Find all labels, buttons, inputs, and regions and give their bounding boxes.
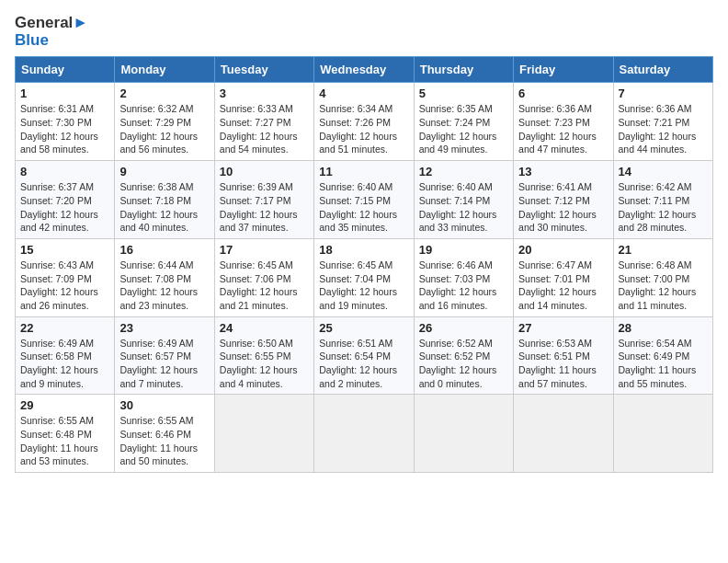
weekday-header-wednesday: Wednesday <box>314 57 414 83</box>
calendar-week-4: 22Sunrise: 6:49 AMSunset: 6:58 PMDayligh… <box>16 316 713 395</box>
calendar-cell <box>414 395 513 473</box>
calendar-cell: 18Sunrise: 6:45 AMSunset: 7:04 PMDayligh… <box>314 238 414 316</box>
calendar-cell: 25Sunrise: 6:51 AMSunset: 6:54 PMDayligh… <box>314 316 414 395</box>
calendar-cell: 23Sunrise: 6:49 AMSunset: 6:57 PMDayligh… <box>115 316 214 395</box>
logo-container: General► Blue <box>15 15 88 49</box>
calendar-cell: 10Sunrise: 6:39 AMSunset: 7:17 PMDayligh… <box>214 161 313 239</box>
calendar-cell: 20Sunrise: 6:47 AMSunset: 7:01 PMDayligh… <box>514 238 613 316</box>
calendar-cell <box>214 395 313 473</box>
calendar-cell: 19Sunrise: 6:46 AMSunset: 7:03 PMDayligh… <box>414 238 513 316</box>
calendar-cell: 5Sunrise: 6:35 AMSunset: 7:24 PMDaylight… <box>414 83 513 161</box>
calendar-cell: 15Sunrise: 6:43 AMSunset: 7:09 PMDayligh… <box>16 238 115 316</box>
calendar-cell: 21Sunrise: 6:48 AMSunset: 7:00 PMDayligh… <box>613 238 712 316</box>
calendar-cell: 27Sunrise: 6:53 AMSunset: 6:51 PMDayligh… <box>514 316 613 395</box>
calendar-cell: 13Sunrise: 6:41 AMSunset: 7:12 PMDayligh… <box>514 161 613 239</box>
calendar-week-1: 1Sunrise: 6:31 AMSunset: 7:30 PMDaylight… <box>16 83 713 161</box>
weekday-header-friday: Friday <box>514 57 613 83</box>
calendar-week-3: 15Sunrise: 6:43 AMSunset: 7:09 PMDayligh… <box>16 238 713 316</box>
calendar-cell: 1Sunrise: 6:31 AMSunset: 7:30 PMDaylight… <box>16 83 115 161</box>
calendar-cell: 9Sunrise: 6:38 AMSunset: 7:18 PMDaylight… <box>115 161 214 239</box>
calendar-cell: 4Sunrise: 6:34 AMSunset: 7:26 PMDaylight… <box>314 83 414 161</box>
calendar-cell <box>613 395 712 473</box>
calendar-cell: 2Sunrise: 6:32 AMSunset: 7:29 PMDaylight… <box>115 83 214 161</box>
calendar-cell: 3Sunrise: 6:33 AMSunset: 7:27 PMDaylight… <box>214 83 313 161</box>
calendar-cell: 16Sunrise: 6:44 AMSunset: 7:08 PMDayligh… <box>115 238 214 316</box>
calendar-week-5: 29Sunrise: 6:55 AMSunset: 6:48 PMDayligh… <box>16 395 713 473</box>
weekday-header-tuesday: Tuesday <box>214 57 313 83</box>
calendar-cell <box>314 395 414 473</box>
weekday-header-row: SundayMondayTuesdayWednesdayThursdayFrid… <box>16 57 713 83</box>
calendar-cell: 8Sunrise: 6:37 AMSunset: 7:20 PMDaylight… <box>16 161 115 239</box>
calendar-cell: 14Sunrise: 6:42 AMSunset: 7:11 PMDayligh… <box>613 161 712 239</box>
weekday-header-thursday: Thursday <box>414 57 513 83</box>
calendar-cell: 30Sunrise: 6:55 AMSunset: 6:46 PMDayligh… <box>115 395 214 473</box>
calendar-cell: 24Sunrise: 6:50 AMSunset: 6:55 PMDayligh… <box>214 316 313 395</box>
calendar-table: SundayMondayTuesdayWednesdayThursdayFrid… <box>15 56 713 473</box>
calendar-cell: 11Sunrise: 6:40 AMSunset: 7:15 PMDayligh… <box>314 161 414 239</box>
calendar-week-2: 8Sunrise: 6:37 AMSunset: 7:20 PMDaylight… <box>16 161 713 239</box>
calendar-cell <box>514 395 613 473</box>
weekday-header-sunday: Sunday <box>16 57 115 83</box>
calendar-cell: 17Sunrise: 6:45 AMSunset: 7:06 PMDayligh… <box>214 238 313 316</box>
calendar-cell: 28Sunrise: 6:54 AMSunset: 6:49 PMDayligh… <box>613 316 712 395</box>
weekday-header-saturday: Saturday <box>613 57 712 83</box>
calendar-cell: 22Sunrise: 6:49 AMSunset: 6:58 PMDayligh… <box>16 316 115 395</box>
calendar-cell: 7Sunrise: 6:36 AMSunset: 7:21 PMDaylight… <box>613 83 712 161</box>
calendar-cell: 26Sunrise: 6:52 AMSunset: 6:52 PMDayligh… <box>414 316 513 395</box>
page-header: General► Blue <box>15 15 713 49</box>
calendar-cell: 12Sunrise: 6:40 AMSunset: 7:14 PMDayligh… <box>414 161 513 239</box>
weekday-header-monday: Monday <box>115 57 214 83</box>
logo: General► Blue <box>15 15 88 49</box>
calendar-cell: 29Sunrise: 6:55 AMSunset: 6:48 PMDayligh… <box>16 395 115 473</box>
calendar-cell: 6Sunrise: 6:36 AMSunset: 7:23 PMDaylight… <box>514 83 613 161</box>
